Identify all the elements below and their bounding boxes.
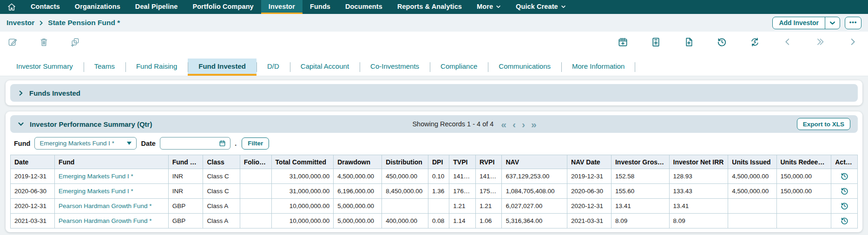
tab-compliance[interactable]: Compliance — [430, 59, 488, 76]
currency-sync-button[interactable]: $ — [750, 37, 760, 47]
nav-item-more[interactable]: More — [469, 0, 508, 14]
column-header-units_issued: Units Issued — [728, 155, 776, 169]
nav-item-label: Deal Pipeline — [135, 3, 178, 10]
next-record-button[interactable] — [848, 37, 858, 47]
cell-tvpi: 1.14 — [449, 214, 476, 228]
previous-record-button[interactable] — [783, 37, 793, 47]
cell-folio — [240, 169, 271, 184]
funds-invested-title: Funds Invested — [29, 89, 80, 97]
fund-link[interactable]: Pearson Hardman Growth Fund * — [59, 202, 151, 209]
tab-fund-raising[interactable]: Fund Raising — [125, 59, 188, 76]
cell-nav_date: 2020-12-31 — [567, 199, 611, 214]
more-options-button[interactable]: ••• — [845, 17, 861, 29]
collapse-chevron-icon[interactable] — [18, 121, 24, 127]
last-page-button[interactable]: » — [531, 119, 537, 129]
nav-item-reports-analytics[interactable]: Reports & Analytics — [390, 0, 469, 14]
breadcrumb-bar: Investor State Pension Fund * Add Invest… — [0, 14, 868, 32]
breadcrumb: Investor State Pension Fund * — [7, 19, 120, 27]
delete-button[interactable] — [39, 37, 49, 47]
cell-nav_date: 2021-03-31 — [567, 214, 611, 228]
expand-chevron-icon — [18, 90, 24, 96]
date-input[interactable] — [160, 137, 230, 150]
fund-link[interactable]: Emerging Markets Fund I * — [59, 188, 133, 195]
cell-net_irr: 128.93 — [669, 169, 728, 184]
prev-page-button[interactable]: ‹ — [513, 119, 516, 129]
cell-ccy: INR — [168, 184, 203, 199]
add-investor-button[interactable]: Add Investor — [773, 17, 825, 29]
home-button[interactable] — [0, 0, 23, 14]
currency-refresh-icon: $ — [750, 37, 760, 47]
performance-table: DateFundFund CCYClassFolio NoTotal Commi… — [10, 155, 858, 228]
add-investor-dropdown-button[interactable] — [825, 17, 840, 29]
nav-item-funds[interactable]: Funds — [302, 0, 338, 14]
chevron-right-icon — [848, 37, 858, 47]
tab-teams[interactable]: Teams — [84, 59, 125, 76]
cell-units_issued: 4,500,000.00 — [728, 169, 776, 184]
cell-committed: 10,000,000.00 — [271, 199, 334, 214]
fund-link[interactable]: Pearson Hardman Growth Fund * — [59, 217, 151, 224]
calendar-add-button[interactable] — [618, 37, 628, 47]
nav-item-investor[interactable]: Investor — [261, 0, 302, 14]
table-row: 2021-03-31Pearson Hardman Growth Fund *G… — [11, 214, 858, 228]
duplicate-button[interactable] — [70, 37, 80, 47]
tab-label: Compliance — [441, 62, 477, 70]
cell-action — [831, 214, 858, 228]
cell-gross_irr: 155.60 — [611, 184, 669, 199]
nav-item-label: Funds — [310, 3, 330, 10]
cell-gross_irr: 13.41 — [611, 199, 669, 214]
history-icon — [840, 202, 849, 210]
nav-item-label: More — [477, 3, 493, 10]
nav-item-quick-create[interactable]: Quick Create — [508, 0, 573, 14]
tab-label: Fund Raising — [136, 62, 177, 70]
cell-units_issued — [728, 214, 776, 228]
cell-tvpi: 176.43 — [449, 184, 476, 199]
file-add-button[interactable] — [684, 37, 694, 47]
calendar-icon[interactable] — [218, 139, 226, 147]
column-header-rvpi: RVPI — [475, 155, 502, 169]
chevron-right-icon — [39, 20, 44, 26]
tab-more-information[interactable]: More Information — [561, 59, 635, 76]
tab-co-investments[interactable]: Co-Investments — [360, 59, 430, 76]
nav-item-documents[interactable]: Documents — [338, 0, 390, 14]
row-history-button[interactable] — [839, 201, 850, 211]
nav-item-organizations[interactable]: Organizations — [67, 0, 128, 14]
nav-item-label: Contacts — [31, 3, 60, 10]
cell-fund: Pearson Hardman Growth Fund * — [55, 199, 169, 214]
cell-drawdown: 4,500,000.00 — [334, 169, 382, 184]
nav-item-portfolio-company[interactable]: Portfolio Company — [185, 0, 261, 14]
tab-fund-invested[interactable]: Fund Invested — [188, 59, 256, 76]
history-button[interactable] — [717, 37, 727, 47]
fast-forward-button[interactable] — [815, 37, 825, 47]
table-row: 2019-12-31Emerging Markets Fund I *INRCl… — [11, 169, 858, 184]
breadcrumb-record: State Pension Fund * — [48, 19, 120, 27]
history-icon — [840, 172, 849, 181]
column-header-committed: Total Committed — [271, 155, 334, 169]
cell-distribution: 8,450,000.00 — [382, 184, 428, 199]
cell-action — [831, 169, 858, 184]
cell-dpi — [428, 199, 449, 214]
row-history-button[interactable] — [839, 215, 850, 226]
cell-ccy: INR — [168, 169, 203, 184]
fund-select[interactable]: Emerging Markets Fund I * — [34, 137, 137, 150]
row-history-button[interactable] — [839, 186, 850, 196]
export-xls-button[interactable]: Export to XLS — [797, 118, 850, 130]
row-history-button[interactable] — [839, 171, 850, 182]
tab-communications[interactable]: Communications — [488, 59, 561, 76]
chevron-down-icon — [561, 4, 566, 9]
edit-button[interactable] — [7, 37, 18, 47]
nav-item-deal-pipeline[interactable]: Deal Pipeline — [128, 0, 185, 14]
column-header-gross_irr: Investor Gross IRR — [611, 155, 669, 169]
tab-d-d[interactable]: D/D — [256, 59, 290, 76]
next-page-button[interactable]: › — [522, 119, 525, 129]
fund-link[interactable]: Emerging Markets Fund I * — [59, 173, 133, 180]
cell-units_redeemed — [776, 214, 831, 228]
filter-button[interactable]: Filter — [242, 137, 269, 150]
cell-folio — [240, 184, 271, 199]
nav-item-contacts[interactable]: Contacts — [23, 0, 67, 14]
funds-invested-header[interactable]: Funds Invested — [10, 84, 858, 102]
tab-capital-account[interactable]: Capital Account — [290, 59, 360, 76]
tab-investor-summary[interactable]: Investor Summary — [6, 59, 84, 76]
breadcrumb-section[interactable]: Investor — [7, 19, 34, 27]
first-page-button[interactable]: « — [501, 119, 506, 129]
journal-add-button[interactable] — [651, 37, 661, 47]
